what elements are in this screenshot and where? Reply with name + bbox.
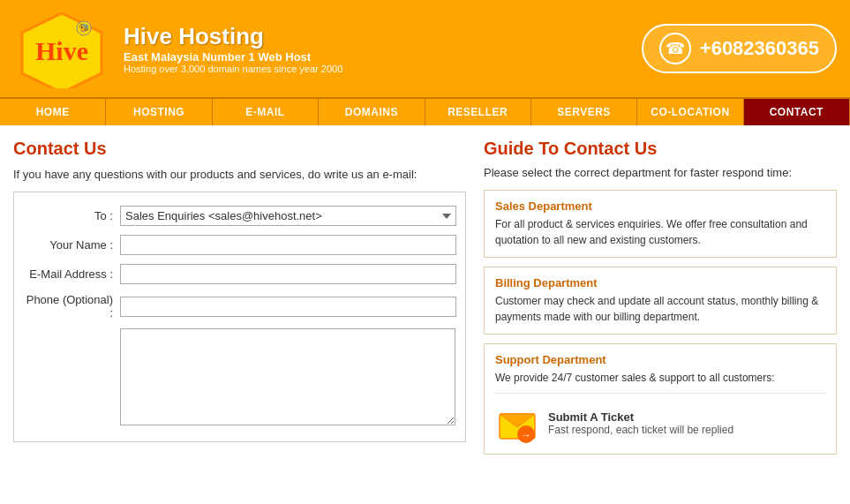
nav-servers[interactable]: SERVERS xyxy=(531,99,637,125)
your-name-row: Your Name : xyxy=(23,235,456,255)
logo: Hive 🐝 xyxy=(13,9,110,88)
sales-dept-name: Sales Department xyxy=(495,199,825,213)
left-intro: If you have any questions with our produ… xyxy=(13,168,466,181)
svg-text:→: → xyxy=(521,429,531,441)
sub-tagline: Hosting over 3,000 domain names since ye… xyxy=(124,64,342,74)
phone-area: ☎ +6082360365 xyxy=(642,24,837,73)
phone-icon: ☎ xyxy=(659,33,691,64)
email-label: E-Mail Address : xyxy=(23,267,120,281)
logo-area: Hive 🐝 Hive Hosting East Malaysia Number… xyxy=(13,9,642,88)
guide-intro: Please select the correct department for… xyxy=(484,166,837,179)
to-label: To : xyxy=(23,209,120,222)
message-area xyxy=(120,328,456,428)
nav-hosting[interactable]: HOSTING xyxy=(106,99,212,125)
ticket-sub: Fast respond, each ticket will be replie… xyxy=(548,424,733,436)
left-title: Contact Us xyxy=(13,139,466,159)
phone-input[interactable] xyxy=(120,297,456,317)
ticket-text: Submit A Ticket Fast respond, each ticke… xyxy=(548,410,733,436)
ticket-icon: → xyxy=(495,401,539,445)
main-content: Contact Us If you have any questions wit… xyxy=(0,125,850,477)
svg-text:Hive: Hive xyxy=(35,36,88,65)
phone-number: +6082360365 xyxy=(700,37,819,60)
nav-colocation[interactable]: CO-LOCATION xyxy=(637,99,743,125)
svg-text:🐝: 🐝 xyxy=(79,22,90,34)
to-row: To : Sales Enquiries <sales@hivehost.net… xyxy=(23,206,456,226)
site-name: Hive Hosting xyxy=(124,23,342,50)
nav-email[interactable]: E-MAIL xyxy=(213,99,319,125)
your-name-label: Your Name : xyxy=(23,238,120,252)
to-select[interactable]: Sales Enquiries <sales@hivehost.net> xyxy=(120,206,456,226)
tagline: East Malaysia Number 1 Web Host xyxy=(124,50,342,64)
message-textarea[interactable] xyxy=(120,328,455,425)
billing-dept-name: Billing Department xyxy=(495,276,825,290)
email-row: E-Mail Address : xyxy=(23,264,456,284)
billing-dept-box: Billing Department Customer may check an… xyxy=(484,267,837,335)
nav-contact[interactable]: CONTACT xyxy=(744,99,850,125)
support-dept-name: Support Department xyxy=(495,353,825,366)
phone-label: Phone (Optional) : xyxy=(23,293,120,320)
support-dept-desc: We provide 24/7 customer sales & support… xyxy=(495,370,825,386)
support-dept-box: Support Department We provide 24/7 custo… xyxy=(484,343,837,455)
sales-dept-box: Sales Department For all product & servi… xyxy=(484,190,837,258)
logo-text: Hive Hosting East Malaysia Number 1 Web … xyxy=(124,23,342,74)
contact-form-box: To : Sales Enquiries <sales@hivehost.net… xyxy=(13,192,466,442)
nav-reseller[interactable]: RESELLER xyxy=(425,99,531,125)
phone-row: Phone (Optional) : xyxy=(23,293,456,320)
page-header: Hive 🐝 Hive Hosting East Malaysia Number… xyxy=(0,0,850,97)
right-column: Guide To Contact Us Please select the co… xyxy=(484,139,837,463)
billing-dept-desc: Customer may check and update all accoun… xyxy=(495,293,825,325)
right-title: Guide To Contact Us xyxy=(484,139,837,159)
left-column: Contact Us If you have any questions wit… xyxy=(13,139,466,463)
your-name-input[interactable] xyxy=(120,235,456,255)
ticket-section: → Submit A Ticket Fast respond, each tic… xyxy=(495,393,825,445)
sales-dept-desc: For all product & services enquiries. We… xyxy=(495,216,825,248)
ticket-title: Submit A Ticket xyxy=(548,410,733,424)
nav-domains[interactable]: DOMAINS xyxy=(319,99,425,125)
main-nav: HOME HOSTING E-MAIL DOMAINS RESELLER SER… xyxy=(0,97,850,125)
email-input[interactable] xyxy=(120,264,456,284)
nav-home[interactable]: HOME xyxy=(0,99,106,125)
